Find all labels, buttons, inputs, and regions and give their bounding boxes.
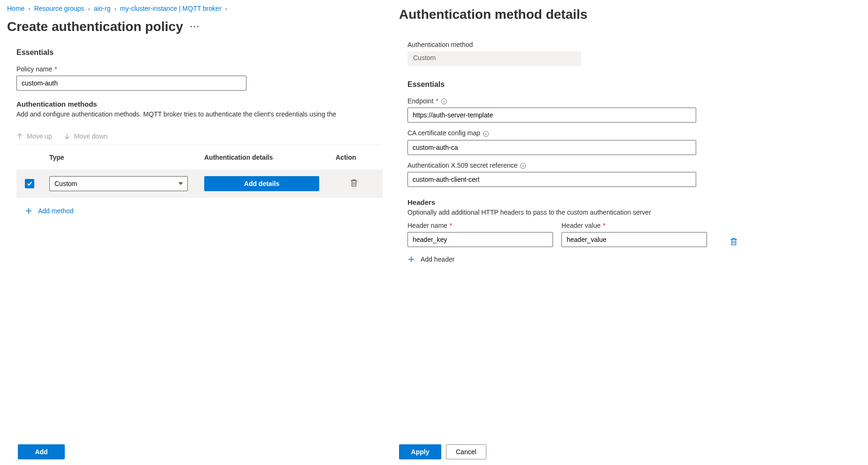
add-button[interactable]: Add — [18, 444, 65, 459]
auth-methods-heading: Authentication methods — [16, 100, 385, 108]
breadcrumb-resource-groups[interactable]: Resource groups — [34, 5, 84, 12]
ca-input[interactable] — [407, 140, 696, 155]
info-icon[interactable] — [520, 162, 526, 169]
add-method-button[interactable]: Add method — [16, 207, 74, 215]
details-panel: Authentication method details Authentica… — [385, 0, 868, 465]
info-icon[interactable] — [483, 129, 489, 137]
type-select[interactable]: Custom — [49, 176, 188, 191]
delete-row-button[interactable] — [350, 178, 358, 188]
header-value-input[interactable] — [561, 232, 707, 247]
endpoint-label: Endpoint* — [407, 97, 854, 105]
methods-table: Type Authentication details Action Custo… — [16, 145, 383, 198]
header-value-label: Header value* — [561, 222, 707, 229]
cancel-button[interactable]: Cancel — [446, 444, 486, 459]
headers-description: Optionally add additional HTTP headers t… — [407, 208, 854, 217]
info-icon[interactable] — [441, 97, 447, 105]
more-actions-icon[interactable]: ··· — [190, 22, 200, 32]
headers-heading: Headers — [407, 198, 854, 206]
plus-icon — [25, 207, 32, 215]
apply-button[interactable]: Apply — [399, 444, 441, 459]
page-title: Create authentication policy ··· — [7, 19, 385, 34]
column-details: Authentication details — [204, 154, 336, 161]
move-controls: Move up Move down — [16, 128, 383, 145]
delete-header-button[interactable] — [730, 237, 738, 247]
table-row: Custom Add details — [16, 170, 383, 198]
chevron-right-icon: › — [225, 5, 227, 12]
breadcrumb-home[interactable]: Home — [7, 5, 24, 12]
main-content: Home › Resource groups › aio-rg › my-clu… — [0, 0, 385, 465]
panel-title: Authentication method details — [399, 7, 854, 22]
chevron-right-icon: › — [114, 5, 116, 12]
arrow-up-icon — [16, 133, 23, 140]
breadcrumb-aio-rg[interactable]: aio-rg — [94, 5, 111, 12]
move-up-button[interactable]: Move up — [16, 132, 52, 140]
add-header-button[interactable]: Add header — [407, 256, 454, 263]
check-icon — [26, 180, 33, 187]
auth-methods-description: Add and configure authentication methods… — [16, 110, 385, 119]
row-checkbox[interactable] — [25, 179, 34, 188]
add-details-button[interactable]: Add details — [204, 176, 319, 191]
x509-label: Authentication X.509 secret reference — [407, 162, 854, 169]
move-down-button[interactable]: Move down — [64, 132, 108, 140]
policy-name-label: Policy name* — [16, 65, 385, 73]
auth-method-value: Custom — [407, 51, 581, 66]
page-title-text: Create authentication policy — [7, 19, 183, 34]
arrow-down-icon — [64, 133, 70, 140]
x509-input[interactable] — [407, 172, 696, 187]
chevron-right-icon: › — [28, 5, 30, 12]
column-type: Type — [49, 154, 204, 161]
plus-icon — [407, 256, 415, 263]
column-action: Action — [336, 154, 383, 161]
trash-icon — [730, 237, 738, 246]
trash-icon — [350, 178, 358, 187]
endpoint-input[interactable] — [407, 108, 696, 123]
breadcrumb: Home › Resource groups › aio-rg › my-clu… — [7, 5, 385, 12]
header-name-label: Header name* — [407, 222, 553, 229]
header-name-input[interactable] — [407, 232, 553, 247]
panel-essentials-heading: Essentials — [407, 80, 854, 89]
chevron-right-icon: › — [88, 5, 90, 12]
footer-left: Add — [18, 444, 65, 459]
essentials-heading: Essentials — [16, 48, 385, 57]
auth-method-label: Authentication method — [407, 41, 854, 48]
header-row: Header name* Header value* — [407, 222, 854, 247]
footer-right: Apply Cancel — [399, 444, 486, 459]
table-header: Type Authentication details Action — [16, 145, 383, 170]
breadcrumb-cluster[interactable]: my-cluster-instance | MQTT broker — [120, 5, 222, 12]
policy-name-input[interactable] — [16, 76, 246, 91]
ca-label: CA certificate config map — [407, 129, 854, 137]
